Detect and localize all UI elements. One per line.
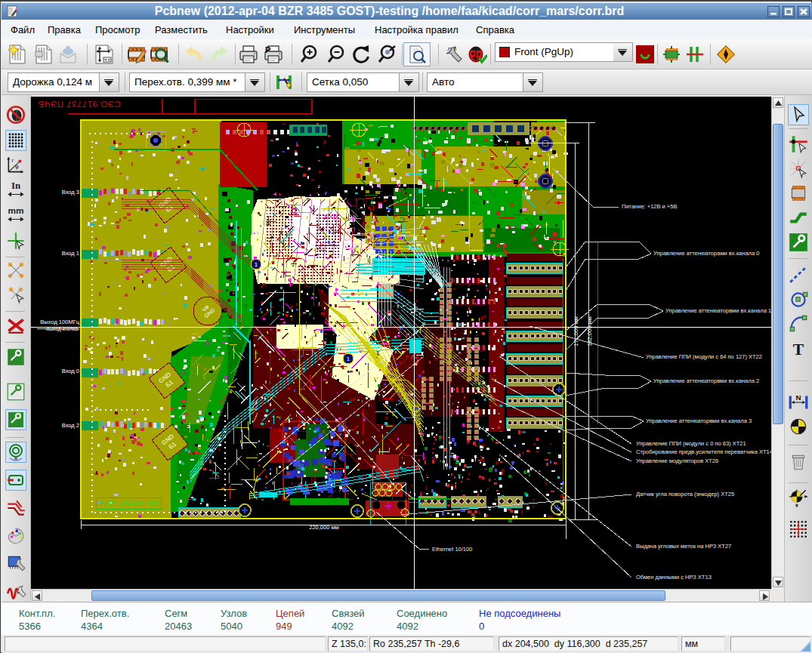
svg-text:φ: φ	[15, 163, 19, 170]
svg-text:Выход 100МГц: Выход 100МГц	[40, 319, 79, 325]
svg-text:Управление аттенюаторвми вх.ка: Управление аттенюаторвми вх.канала 3	[646, 417, 752, 424]
svg-text:Питание: +12В и +5В: Питание: +12В и +5В	[622, 203, 677, 210]
svg-text:1: 1	[347, 356, 350, 362]
svg-text:Управление модуляторов ХТ26: Управление модуляторов ХТ26	[636, 457, 718, 464]
svg-text:r: r	[12, 157, 14, 164]
svg-text:Датчик угла поворота (энкодер): Датчик угла поворота (энкодер) ХТ25	[636, 491, 734, 497]
svg-text:Вход 3: Вход 3	[62, 189, 79, 196]
svg-text:1: 1	[255, 261, 258, 268]
svg-text:T: T	[793, 340, 804, 359]
svg-text:P: P	[265, 45, 270, 54]
svg-text:Ethernet 10/100: Ethernet 10/100	[432, 546, 472, 553]
svg-text:Управление аттенюаторами вх.ка: Управление аттенюаторами вх.канала 0	[653, 250, 759, 257]
svg-text:Вход 0: Вход 0	[62, 368, 79, 374]
svg-text:РАДП.464416.002: РАДП.464416.002	[99, 501, 160, 508]
svg-text:220,000 мм: 220,000 мм	[309, 524, 339, 531]
svg-text:Обмен данными с НРЗ ХТ13: Обмен данными с НРЗ ХТ13	[636, 574, 712, 581]
svg-text:СЭО.917737 ПЭЧБ: СЭО.917737 ПЭЧБ	[38, 100, 120, 109]
svg-text:Вход 2: Вход 2	[62, 422, 79, 429]
svg-text:Управление аттенюаторвми вх.ка: Управление аттенюаторвми вх.канала 1	[665, 307, 771, 314]
svg-text:mm: mm	[8, 205, 23, 216]
svg-text:Выдача угловых меток на НРЗ ХТ: Выдача угловых меток на НРЗ ХТ27	[636, 543, 731, 550]
svg-text:Управление ППИ (модули с 0 по: Управление ППИ (модули с 0 по 63) ХТ21	[636, 440, 746, 447]
svg-text:Стробирование предв.усилителя: Стробирование предв.усилителя переватчик…	[636, 448, 771, 455]
svg-text:Вход 1: Вход 1	[62, 250, 79, 257]
svg-text:Управление аттенюаторвми вх.ка: Управление аттенюаторвми вх.канала 2	[653, 377, 759, 384]
svg-text:In: In	[11, 180, 20, 191]
svg-text:N: N	[796, 393, 801, 402]
svg-text:Управление ППИ (модули с 64 по: Управление ППИ (модули с 64 по 127) ХТ22	[646, 353, 762, 360]
svg-text:-выход-кнопка-: -выход-кнопка-	[45, 326, 79, 332]
